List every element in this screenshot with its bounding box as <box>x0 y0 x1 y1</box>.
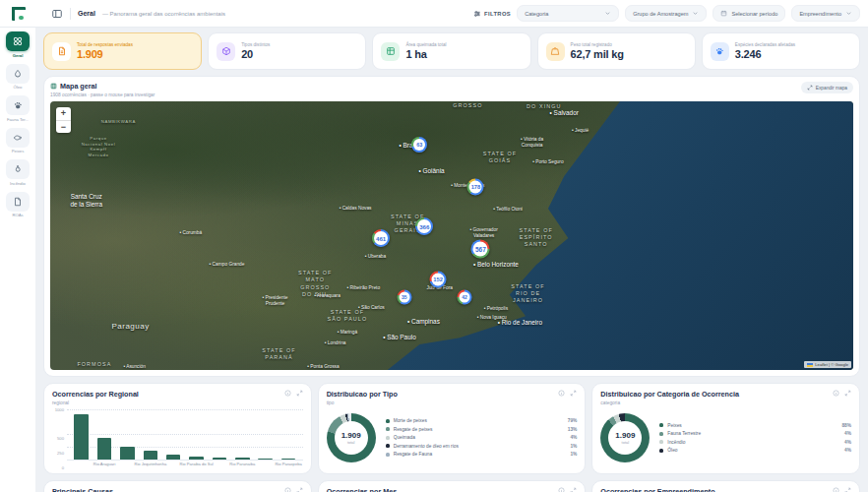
legend-percent: 4% <box>844 448 851 453</box>
map-label-salvador: • Salvador <box>550 109 579 117</box>
map-cluster-marker[interactable]: 178 <box>467 178 484 195</box>
sidebar-toggle-icon[interactable] <box>51 8 63 20</box>
legend-swatch <box>659 440 663 444</box>
map-cluster-marker[interactable]: 366 <box>415 217 433 235</box>
map-cluster-marker[interactable]: 42 <box>458 289 472 304</box>
legend-label: Fauna Terrestre <box>667 431 701 436</box>
map-label-petropolis: • Petrópolis <box>484 306 508 312</box>
map-label-state-of: STATE OF PARANÁ <box>262 347 295 361</box>
sidebar-item-incendio[interactable]: Incêndio <box>3 159 32 186</box>
filter-selecionar-periodo[interactable]: Selecionar período <box>713 5 785 22</box>
bar-slot <box>254 409 277 461</box>
y-tick-label: 1000 <box>55 406 64 411</box>
x-tick-label: Rio Paraopeba <box>275 461 301 466</box>
expand-icon[interactable] <box>570 390 577 397</box>
kpi-tipos-distintos[interactable]: Tipos distintos20 <box>208 32 366 70</box>
expand-icon[interactable] <box>570 487 577 492</box>
info-icon[interactable] <box>284 487 291 492</box>
chevron-down-icon <box>604 10 611 17</box>
expand-icon <box>807 85 813 91</box>
bar <box>97 438 111 460</box>
legend-label: Peixes <box>667 423 681 428</box>
sidebar-item-oleo[interactable]: Óleo <box>3 64 32 91</box>
bar <box>235 458 249 460</box>
info-icon[interactable] <box>558 390 565 397</box>
kpi-area-queimada-total[interactable]: Área queimada total1 ha <box>372 32 530 70</box>
expand-icon[interactable] <box>844 390 851 397</box>
kpi-total-de-respostas-enviadas[interactable]: Total de respostas enviadas1.909 <box>43 32 202 70</box>
map-label-ponta-grossa: • Ponta Grossa <box>307 364 339 370</box>
info-icon[interactable] <box>284 390 291 397</box>
sidebar-item-peixes[interactable]: Peixes <box>3 128 32 154</box>
expand-icon[interactable] <box>296 487 303 492</box>
filter-label: Selecionar período <box>731 11 777 17</box>
filter-bar: FILTROS CategoriaGrupo de AmostragemSele… <box>473 5 868 22</box>
chart-card-tipo: Distribuicao por Tipo tipo 1.909totalMor… <box>318 383 587 474</box>
chart-title: Ocorrencias por Regional <box>52 390 139 399</box>
map-label-sao-carlos: • São Carlos <box>358 305 385 311</box>
map-label-formosa: FORMOSA <box>77 361 111 368</box>
map-cluster-marker[interactable]: 63 <box>411 137 427 153</box>
chevron-down-icon <box>845 10 852 17</box>
filter-grupo-de-amostragem[interactable]: Grupo de Amostragem <box>625 5 707 22</box>
map-cluster-marker[interactable]: 35 <box>397 289 411 304</box>
map-label-corumba: • Corumbá <box>179 229 202 235</box>
map-label-asuncion: • Asunción <box>123 364 145 370</box>
map-canvas[interactable]: + − Leaflet | © Google GROSSODO XINGUNAM… <box>50 101 853 371</box>
map-cluster-marker[interactable]: 152 <box>430 271 447 287</box>
kpi-label: Peso total registrado <box>571 42 624 47</box>
bar <box>213 458 226 460</box>
kpi-label: Espécies declaradas afetadas <box>735 42 795 47</box>
legend-swatch <box>386 427 390 431</box>
map-label-campo-grande: • Campo Grande <box>210 262 245 268</box>
map-attribution[interactable]: Leaflet | © Google <box>804 361 851 368</box>
sidebar-item-fauna-ter[interactable]: Fauna Ter... <box>3 95 32 122</box>
donut-chart-categoria: 1.909totalPeixes88%Fauna Terrestre4%Incê… <box>600 408 851 468</box>
map-label-state-of: STATE OF MATO GROSSO DO SUL <box>298 270 332 297</box>
legend-item-queimada: Queimada4% <box>386 435 578 440</box>
legend-swatch <box>386 453 390 457</box>
map-label-goiania: • Goiânia <box>419 166 445 174</box>
kpi-label: Área queimada total <box>405 42 446 47</box>
legend-item-resgate-de-fauna: Resgate de Fauna1% <box>386 452 578 457</box>
sidebar-item-label: Fauna Ter... <box>3 117 32 122</box>
map-label-campinas: • Campinas <box>407 318 440 326</box>
paw-icon <box>711 42 729 61</box>
zoom-in-button[interactable]: + <box>56 107 71 120</box>
legend-item-oleo: Óleo4% <box>659 448 851 453</box>
flame-icon <box>6 159 30 179</box>
kpi-especies-declaradas-afetadas[interactable]: Espécies declaradas afetadas3.246 <box>702 32 860 70</box>
map-label-belo-horizonte: • Belo Horizonte <box>473 261 519 269</box>
expand-icon[interactable] <box>296 390 303 397</box>
bar <box>281 459 295 460</box>
page-title: Geral <box>78 10 95 17</box>
expand-icon[interactable] <box>844 487 851 492</box>
info-icon[interactable] <box>833 390 839 397</box>
main-content: Total de respostas enviadas1.909Tipos di… <box>35 28 868 492</box>
info-icon[interactable] <box>558 487 565 492</box>
map-cluster-marker[interactable]: 567 <box>471 240 490 259</box>
kpi-peso-total-registrado[interactable]: Peso total registrado62,7 mil kg <box>537 32 696 70</box>
zoom-out-button[interactable]: − <box>56 120 71 133</box>
app-logo[interactable] <box>0 7 35 20</box>
legend-item-peixes: Peixes88% <box>659 423 851 428</box>
donut-chart-tipo: 1.909totalMorte de peixes79%Resgate de p… <box>327 408 578 468</box>
donut-total-label: total <box>347 440 355 445</box>
info-icon[interactable] <box>833 487 839 492</box>
filter-categoria[interactable]: Categoria <box>517 5 619 22</box>
kpi-value: 3.246 <box>735 48 795 60</box>
x-tick-label: Rio Paranaiba <box>229 461 255 466</box>
kpi-value: 62,7 mil kg <box>571 48 624 60</box>
map-label-jequie: • Jequié <box>572 127 589 133</box>
sidebar-item-geral[interactable]: Geral <box>3 31 32 58</box>
sidebar-item-roas[interactable]: ROAs <box>3 192 32 218</box>
map-subtitle: 1908 ocorrências · passe o mouse para in… <box>50 92 155 97</box>
map-cluster-marker[interactable]: 461 <box>372 229 390 247</box>
donut-center: 1.909total <box>608 421 642 455</box>
expand-map-button[interactable]: Expandir mapa <box>801 82 853 93</box>
filter-empreendimento[interactable]: Empreendimento <box>791 5 860 22</box>
legend-percent: 4% <box>844 431 851 436</box>
legend-swatch <box>659 432 663 436</box>
calendar-icon <box>720 10 727 17</box>
cluster-count: 42 <box>460 291 470 302</box>
